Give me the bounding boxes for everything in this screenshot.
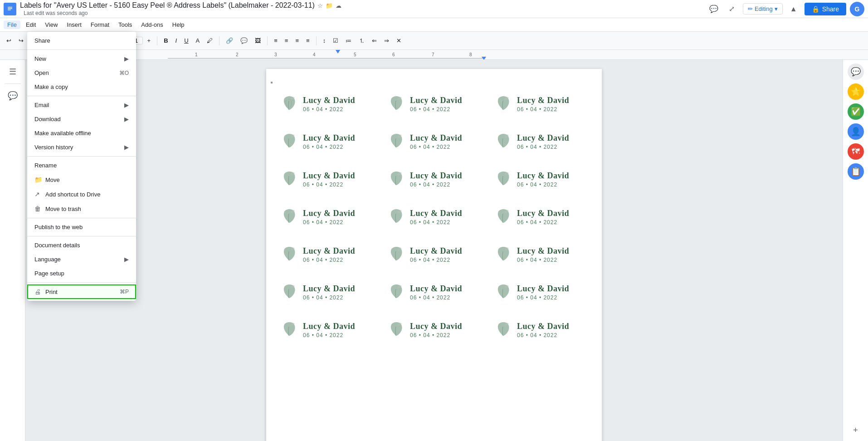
redo-button[interactable]: ↪ xyxy=(16,36,26,45)
present-icon[interactable]: ⤢ xyxy=(725,2,739,16)
sidebar-maps-icon[interactable]: 🗺 xyxy=(848,143,864,160)
numbered-list-button[interactable]: ⒈ xyxy=(356,35,367,46)
menu-help[interactable]: Help xyxy=(169,20,188,29)
checklist-button[interactable]: ☑ xyxy=(330,36,341,45)
menu-insert[interactable]: Insert xyxy=(63,20,85,29)
label-date: 06 • 04 • 2022 xyxy=(303,144,355,150)
label-date: 06 • 04 • 2022 xyxy=(410,181,462,188)
trash-label: Move to trash xyxy=(45,206,81,212)
sidebar-outline-icon[interactable]: ☰ xyxy=(5,64,21,80)
font-size-increase-button[interactable]: + xyxy=(145,36,154,45)
label-name: Lucy & David xyxy=(517,246,569,256)
menu-item-make-copy[interactable]: Make a copy xyxy=(27,80,136,94)
label-name: Lucy & David xyxy=(410,133,462,143)
highlight-button[interactable]: 🖊 xyxy=(204,36,215,45)
menu-addons[interactable]: Add-ons xyxy=(137,20,166,29)
pencil-icon: ✏ xyxy=(748,5,753,12)
collapse-icon[interactable]: ▲ xyxy=(786,2,801,16)
menu-item-language[interactable]: Language ▶ xyxy=(27,252,136,266)
menu-tools[interactable]: Tools xyxy=(115,20,136,29)
avatar[interactable]: G xyxy=(850,2,864,16)
menu-item-publish[interactable]: Publish to the web xyxy=(27,220,136,234)
sidebar-chat-icon[interactable]: 💬 xyxy=(848,64,864,80)
menu-item-trash[interactable]: 🗑 Move to trash xyxy=(27,201,136,216)
label-name: Lucy & David xyxy=(303,322,355,331)
justify-button[interactable]: ≡ xyxy=(303,36,312,45)
label-item: Lucy & David 06 • 04 • 2022 xyxy=(275,162,379,196)
menu-item-rename[interactable]: Rename xyxy=(27,158,136,172)
cloud-icon[interactable]: ☁ xyxy=(336,2,341,9)
text-color-button[interactable]: A xyxy=(193,36,203,45)
sidebar-comments-icon[interactable]: 💬 xyxy=(5,88,21,104)
label-text: Lucy & David 06 • 04 • 2022 xyxy=(410,133,462,150)
menu-edit[interactable]: Edit xyxy=(22,20,39,29)
submenu-arrow-icon: ▶ xyxy=(124,55,129,62)
menu-item-shortcut[interactable]: ↗ Add shortcut to Drive xyxy=(27,187,136,201)
folder-icon[interactable]: 📁 xyxy=(326,2,333,9)
sidebar-contacts-icon[interactable]: 👤 xyxy=(848,123,864,140)
comment-toolbar-button[interactable]: 💬 xyxy=(238,36,250,45)
line-spacing-button[interactable]: ↕ xyxy=(320,36,329,45)
undo-button[interactable]: ↩ xyxy=(4,36,14,45)
svg-text:3: 3 xyxy=(274,52,277,57)
italic-button[interactable]: I xyxy=(173,36,180,45)
label-date: 06 • 04 • 2022 xyxy=(517,144,569,150)
label-text: Lucy & David 06 • 04 • 2022 xyxy=(410,209,462,225)
clear-format-button[interactable]: ✕ xyxy=(394,36,404,45)
menu-file[interactable]: File xyxy=(4,20,20,29)
ruler-content: 1 2 3 4 5 6 7 8 xyxy=(168,50,868,59)
label-name: Lucy & David xyxy=(303,246,355,256)
doc-area[interactable]: Lucy & David 06 • 04 • 2022 Lucy & David xyxy=(25,60,843,441)
menu-item-email[interactable]: Email ▶ xyxy=(27,98,136,112)
editing-mode-button[interactable]: ✏ Editing ▾ xyxy=(743,3,783,15)
label-text: Lucy & David 06 • 04 • 2022 xyxy=(410,96,462,113)
share-button[interactable]: 🔒 Share xyxy=(805,3,846,15)
menu-item-details[interactable]: Document details xyxy=(27,238,136,252)
email-submenu-arrow-icon: ▶ xyxy=(124,102,129,108)
leaf-decoration-icon xyxy=(279,132,299,152)
menu-item-offline[interactable]: Make available offline xyxy=(27,126,136,140)
menu-bar: File Edit View Insert Format Tools Add-o… xyxy=(0,18,868,32)
label-date: 06 • 04 • 2022 xyxy=(517,332,569,338)
label-date: 06 • 04 • 2022 xyxy=(410,257,462,263)
label-text: Lucy & David 06 • 04 • 2022 xyxy=(303,284,355,301)
image-button[interactable]: 🖼 xyxy=(252,36,263,45)
outdent-button[interactable]: ⇐ xyxy=(369,36,380,45)
svg-rect-4 xyxy=(168,58,485,59)
menu-item-move[interactable]: 📁 Move xyxy=(27,172,136,187)
menu-item-new[interactable]: New ▶ xyxy=(27,52,136,66)
bold-button[interactable]: B xyxy=(161,36,171,45)
left-sidebar: ☰ 💬 1 2 3 4 5 6 xyxy=(0,60,25,441)
label-text: Lucy & David 06 • 04 • 2022 xyxy=(303,246,355,263)
menu-item-download[interactable]: Download ▶ xyxy=(27,112,136,126)
menu-item-print[interactable]: 🖨 Print ⌘P xyxy=(27,284,136,299)
link-button[interactable]: 🔗 xyxy=(223,36,236,45)
bullet-list-button[interactable]: ≔ xyxy=(343,36,354,45)
svg-text:1: 1 xyxy=(195,52,198,57)
label-date: 06 • 04 • 2022 xyxy=(410,332,462,338)
label-name: Lucy & David xyxy=(517,133,569,143)
sidebar-expand-button[interactable]: + xyxy=(848,423,863,437)
menu-item-page-setup[interactable]: Page setup xyxy=(27,266,136,280)
comment-icon[interactable]: 💬 xyxy=(707,2,721,16)
menu-format[interactable]: Format xyxy=(87,20,113,29)
menu-item-open[interactable]: Open ⌘O xyxy=(27,66,136,80)
menu-item-share[interactable]: Share xyxy=(27,34,136,48)
align-right-button[interactable]: ≡ xyxy=(293,36,302,45)
rename-label: Rename xyxy=(34,162,57,169)
menu-separator-2 xyxy=(27,96,136,96)
offline-label: Make available offline xyxy=(34,130,91,137)
sidebar-tasks-icon[interactable]: ✅ xyxy=(848,103,864,120)
underline-button[interactable]: U xyxy=(181,36,191,45)
star-icon[interactable]: ☆ xyxy=(317,2,323,9)
menu-separator-5 xyxy=(27,236,136,236)
indent-button[interactable]: ⇒ xyxy=(381,36,392,45)
sidebar-notes-icon[interactable]: ⭐ xyxy=(848,83,864,100)
sidebar-apps-icon[interactable]: 📋 xyxy=(848,163,864,180)
menu-view[interactable]: View xyxy=(41,20,61,29)
email-label: Email xyxy=(34,102,49,108)
align-left-button[interactable]: ≡ xyxy=(271,36,280,45)
menu-item-version[interactable]: Version history ▶ xyxy=(27,140,136,154)
leaf-decoration-icon xyxy=(386,245,406,265)
align-center-button[interactable]: ≡ xyxy=(282,36,291,45)
